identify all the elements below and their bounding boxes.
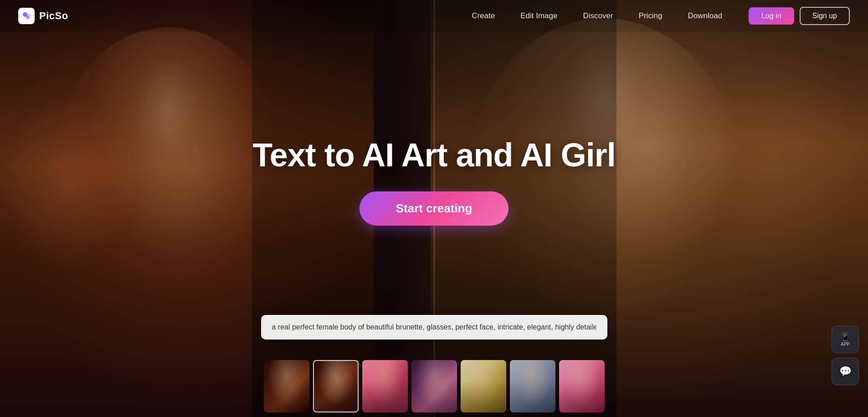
logo-text: PicSo — [39, 10, 68, 22]
thumbnail-4[interactable] — [411, 360, 457, 412]
thumbnail-6[interactable] — [510, 360, 555, 412]
svg-point-1 — [26, 15, 30, 19]
nav-actions: Log in Sign up — [749, 7, 850, 25]
nav-create[interactable]: Create — [459, 7, 508, 25]
thumbnail-5[interactable] — [461, 360, 506, 412]
logo-icon — [18, 8, 35, 24]
signup-button[interactable]: Sign up — [800, 7, 850, 25]
thumbnail-2[interactable] — [313, 360, 359, 412]
nav-discover[interactable]: Discover — [570, 7, 626, 25]
app-icon: 📱 — [840, 333, 850, 341]
navbar: PicSo Create Edit Image Discover Pricing… — [0, 0, 868, 32]
thumbnail-7[interactable] — [559, 360, 605, 412]
nav-links: Create Edit Image Discover Pricing Downl… — [459, 7, 735, 25]
nav-download[interactable]: Download — [675, 7, 735, 25]
thumbnail-1[interactable] — [264, 360, 309, 412]
prompt-input[interactable] — [261, 315, 607, 340]
start-creating-button[interactable]: Start creating — [360, 191, 509, 226]
nav-pricing[interactable]: Pricing — [626, 7, 675, 25]
app-download-button[interactable]: 📱 APP — [832, 326, 859, 353]
hero-title: Text to AI Art and AI Girl — [229, 137, 639, 173]
logo[interactable]: PicSo — [18, 8, 68, 24]
app-label: APP — [841, 342, 850, 347]
thumbnail-3[interactable] — [362, 360, 408, 412]
nav-edit-image[interactable]: Edit Image — [508, 7, 570, 25]
login-button[interactable]: Log in — [749, 7, 794, 25]
thumbnail-strip — [264, 360, 605, 412]
chat-button[interactable]: 💬 — [832, 358, 859, 385]
hero-content: Text to AI Art and AI Girl Start creatin… — [229, 137, 639, 225]
prompt-container — [261, 315, 607, 340]
chat-icon: 💬 — [839, 366, 852, 377]
